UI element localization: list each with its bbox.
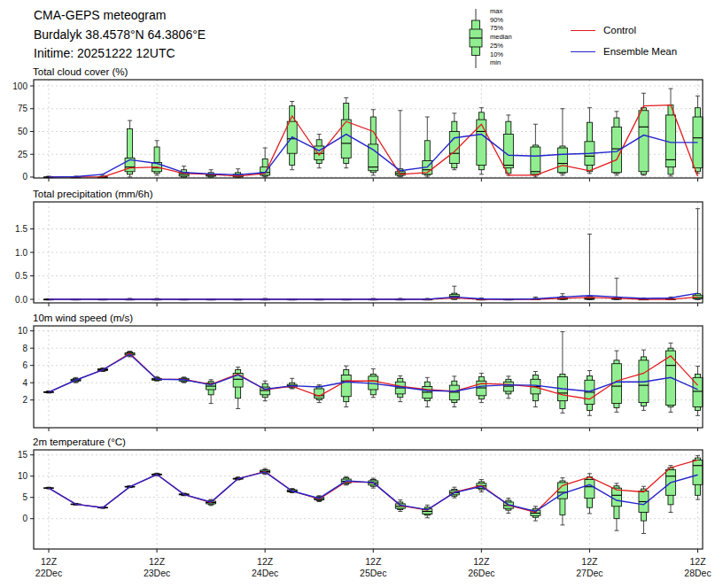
chart-location: Burdalyk 38.4578°N 64.3806°E — [34, 26, 206, 45]
ytick-label-precip: 0.5 — [15, 271, 27, 281]
x-tick-date: 23Dec — [144, 568, 170, 578]
panel-title-wind: 10m wind speed (m/s) — [33, 313, 133, 323]
ytick-label-precip: 1.5 — [15, 224, 27, 234]
x-tick-hour: 12Z — [149, 556, 166, 567]
panel-title-precip: Total precipitation (mm/6h) — [33, 189, 153, 199]
ytick-label-wind: 6 — [22, 360, 27, 370]
ytick-label-cloud: 100 — [12, 81, 27, 91]
line-legend: Control Ensemble Mean — [571, 25, 677, 67]
panel-title-cloud: Total cloud cover (%) — [33, 66, 128, 77]
ytick-label-wind: 2 — [22, 395, 27, 405]
x-tick-date: 28Dec — [684, 568, 711, 578]
x-tick-date: 22Dec — [35, 568, 62, 578]
ytick-label-wind: 4 — [22, 378, 27, 388]
control-legend-label: Control — [603, 25, 636, 35]
panel-precip: 0.00.51.01.5 — [15, 202, 703, 306]
mean-line-swatch — [571, 51, 595, 52]
ytick-label-cloud: 50 — [18, 127, 28, 136]
legend-label-min: min — [490, 58, 512, 67]
ytick-label-precip: 1.0 — [15, 248, 27, 258]
x-tick-date: 27Dec — [576, 568, 602, 578]
ytick-label-cloud: 25 — [18, 150, 28, 159]
legend-label-75: 75% — [490, 24, 512, 33]
control-line-swatch — [571, 30, 595, 31]
ytick-label-temp: 10 — [18, 471, 28, 481]
ytick-label-precip: 0.0 — [15, 295, 27, 305]
legend-label-median: median — [490, 33, 512, 42]
x-tick-hour: 12Z — [689, 556, 706, 567]
panel-wind: 246810 — [18, 326, 703, 431]
ytick-label-temp: 15 — [18, 450, 28, 460]
chart-title: CMA-GEPS meteogram — [34, 6, 206, 26]
ytick-label-wind: 10 — [18, 326, 28, 336]
mean-legend-label: Ensemble Mean — [603, 46, 677, 57]
legend-box-glyph — [470, 9, 482, 68]
ytick-label-wind: 8 — [22, 344, 27, 353]
x-tick-hour: 12Z — [581, 556, 598, 567]
ytick-label-cloud: 0 — [22, 172, 27, 182]
x-tick-hour: 12Z — [41, 556, 58, 567]
chart-inittime: Initime: 20251222 12UTC — [34, 44, 206, 64]
legend-label-90: 90% — [490, 16, 512, 25]
ytick-label-cloud: 75 — [18, 104, 28, 113]
x-tick-date: 26Dec — [468, 568, 494, 578]
header: CMA-GEPS meteogram Burdalyk 38.4578°N 64… — [34, 6, 206, 64]
legend-label-25: 25% — [490, 42, 512, 50]
meteogram-page: 02550751000.00.51.01.524681005101512Z22D… — [0, 0, 723, 588]
panel-title-temp: 2m temperature (°C) — [33, 437, 126, 447]
ytick-label-temp: 0 — [22, 514, 27, 523]
legend-label-10: 10% — [490, 50, 512, 59]
legend-label-max: max — [490, 7, 512, 16]
legend-box-labels: max 90% 75% median 25% 10% min — [490, 7, 512, 67]
x-tick-hour: 12Z — [257, 556, 274, 567]
panel-cloud: 0255075100 — [12, 80, 703, 182]
x-tick-date: 25Dec — [360, 568, 386, 578]
ytick-label-temp: 5 — [22, 492, 27, 502]
legend-entry-mean: Ensemble Mean — [571, 46, 677, 57]
panel-temp: 051015 — [18, 450, 703, 553]
x-tick-hour: 12Z — [365, 556, 382, 567]
meteogram-chart: 02550751000.00.51.01.524681005101512Z22D… — [0, 0, 723, 588]
x-tick-hour: 12Z — [473, 556, 490, 567]
legend-entry-control: Control — [571, 25, 677, 35]
x-tick-date: 24Dec — [252, 568, 278, 578]
